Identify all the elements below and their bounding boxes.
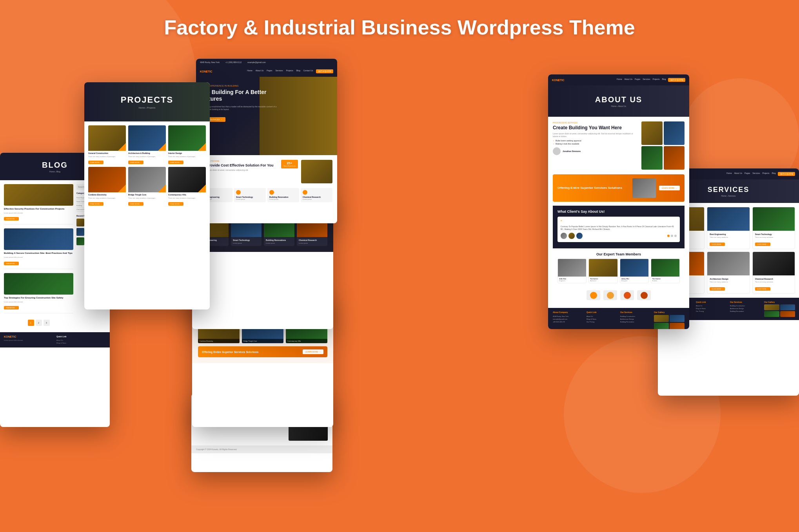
sp-f-svc-3[interactable]: Building Renovation [730, 310, 761, 313]
copyright-text: Copyright © 2024 Konetic. All Rights Res… [196, 448, 237, 451]
sp-body-6: Chemical Research There are many variati… [753, 275, 795, 293]
project-item-4[interactable]: Combine Electricity There are many varia… [88, 167, 126, 206]
sp-card-2[interactable]: Best Engineering There are many variatio… [707, 207, 750, 249]
about-cta-button[interactable]: LEARN MORE → [659, 186, 680, 190]
project-readmore-3[interactable]: READ MORE → [168, 161, 183, 164]
project-readmore-2[interactable]: READ MORE → [128, 161, 143, 164]
project-readmore-6[interactable]: READ MORE → [168, 202, 183, 206]
about-footer-svc-3[interactable]: Building Renovation [620, 320, 651, 323]
about-footer-links-title: Quick Link [587, 311, 617, 313]
sp-nav-home[interactable]: Home [726, 172, 732, 176]
hero-description: It is a long established fact that a rea… [202, 105, 280, 111]
about-nav-blog[interactable]: Blog [662, 78, 666, 82]
blog-footer-col-1: KONETIC Lorem ipsum dolor sit amet [4, 335, 53, 344]
blog-post-desc-2: Lorem ipsum dolor sit amet [4, 256, 73, 259]
project-readmore-5[interactable]: READ MORE → [128, 202, 143, 206]
team-section: Our Expert Team Members John Doe Enginee… [553, 248, 685, 287]
nav-pages[interactable]: Pages [267, 69, 272, 73]
blog-footer-link-2[interactable]: Blogs & News [56, 342, 106, 344]
project-item-6[interactable]: Contemporary Villa There are many variat… [168, 167, 206, 206]
service-card-3[interactable]: Building Renovation Lorem ipsum [267, 188, 299, 202]
gal-img-2 [670, 315, 685, 322]
sp-desc-2: There are many variations [710, 236, 747, 238]
page-btn-2[interactable]: 2 [36, 320, 42, 326]
about-footer-link-1[interactable]: About Us [587, 315, 617, 318]
sp-btn-3[interactable]: CLICK HERE → [755, 242, 770, 246]
nav-blog[interactable]: Blog [296, 69, 300, 73]
about-nav-services[interactable]: Services [643, 78, 650, 82]
page-btn-1[interactable]: 1 [28, 320, 34, 326]
about-quote-button[interactable]: GET A QUOTE [668, 78, 685, 82]
project-readmore-1[interactable]: READ MORE → [88, 161, 104, 164]
project-item-2[interactable]: Architecture & Building There are many v… [128, 125, 166, 165]
ts-avatar-2 [568, 233, 575, 239]
project-image-4 [88, 167, 126, 192]
logo-icon-1 [590, 292, 597, 299]
get-quote-button[interactable]: GET A QUOTE [316, 69, 333, 73]
sp-f-svc-2[interactable]: Architecture Design [730, 307, 761, 310]
sp-f-link-2[interactable]: Blogs & News [696, 307, 727, 310]
dot-2[interactable] [671, 235, 673, 237]
cta-learn-more-button[interactable]: LEARN MORE → [303, 349, 323, 354]
sp-f-link-1[interactable]: About Us [696, 304, 727, 307]
about-nav-pages[interactable]: Pages [635, 78, 640, 82]
footer-gallery-grid [654, 315, 685, 329]
sp-card-6[interactable]: Chemical Research There are many variati… [752, 252, 795, 294]
about-nav-about[interactable]: About Us [624, 78, 632, 82]
sp-nav-about[interactable]: About Us [734, 172, 742, 176]
sp-nav-projects[interactable]: Projects [762, 172, 769, 176]
dot-1[interactable] [667, 235, 670, 237]
about-nav-projects[interactable]: Projects [652, 78, 659, 82]
about-nav-home[interactable]: Home [617, 78, 622, 82]
project-readmore-4[interactable]: READ MORE → [88, 202, 104, 206]
testimonial-avatars [561, 233, 677, 239]
sp-f-svc-1[interactable]: Building Construction [730, 304, 761, 307]
projects-page-mockup: PROJECTS Home › Projects General Constru… [84, 82, 210, 309]
nav-projects[interactable]: Projects [286, 69, 293, 73]
project-image-3 [168, 125, 206, 151]
about-logo: KONETIC [552, 79, 565, 81]
quote-icon: " [561, 220, 677, 224]
about-footer-phone: +88 0123-456-78 [553, 320, 583, 323]
nav-contact[interactable]: Contact Us [303, 69, 313, 73]
sp-card-5[interactable]: Architecture Design There are many varia… [707, 252, 750, 294]
sp-btn-6[interactable]: CLICK HERE → [755, 287, 770, 291]
nav-home[interactable]: Home [247, 69, 252, 73]
service-card-4[interactable]: Chemical Research Lorem ipsum [301, 188, 332, 202]
project-desc-6: There are many variations of passages [168, 197, 206, 199]
about-logos [553, 287, 685, 303]
page-btn-3[interactable]: 3 [44, 320, 50, 326]
sp-nav-blog[interactable]: Blog [772, 172, 775, 176]
sp-quote-button[interactable]: GET A QUOTE [778, 172, 795, 176]
sp-f-link-3[interactable]: Our Pricing [696, 310, 727, 313]
sp-btn-2[interactable]: CLICK HERE → [710, 242, 725, 246]
hero-logo: KONETIC [200, 70, 212, 73]
project-item-1[interactable]: General Construction There are many vari… [88, 125, 126, 165]
sp-title-2: Best Engineering [710, 233, 747, 235]
service-card-2[interactable]: Smart Technology Lorem ipsum [234, 188, 266, 202]
nav-about[interactable]: About Us [256, 69, 264, 73]
team-info-2: Tia Carrier Architect [589, 277, 617, 283]
sp-card-3[interactable]: Smart Technology There are many variatio… [752, 207, 795, 249]
testimonial-text: Contrary To Popular Belief, Lorem Ipsum … [561, 225, 677, 231]
blog-readmore-2[interactable]: READMORE → [4, 262, 19, 265]
about-footer-link-2[interactable]: Blogs & News [587, 318, 617, 320]
dot-3[interactable] [674, 235, 677, 237]
about-footer-svc-1[interactable]: Building Construction [620, 315, 651, 318]
sp-btn-5[interactable]: CLICK HERE → [710, 287, 725, 291]
blog-footer-link-1[interactable]: About Us [56, 339, 106, 342]
about-footer-svc-2[interactable]: Architecture Design [620, 318, 651, 320]
about-footer: About Company 4648 Rocky, New York examp… [548, 308, 689, 329]
project-image-2 [128, 125, 166, 151]
projects-row-1: General Construction There are many vari… [88, 125, 206, 165]
team-img-3 [620, 259, 648, 277]
blog-readmore-3[interactable]: READMORE → [4, 306, 19, 309]
orange-corner-2 [158, 143, 166, 151]
blog-readmore-1[interactable]: READMORE → [4, 217, 19, 221]
nav-services[interactable]: Services [275, 69, 283, 73]
sp-nav-pages[interactable]: Pages [745, 172, 750, 176]
project-item-3[interactable]: Interior Design There are many variation… [168, 125, 206, 165]
about-footer-link-3[interactable]: Our Pricing [587, 320, 617, 323]
project-item-5[interactable]: Bridge Tringle Core There are many varia… [128, 167, 166, 206]
sp-nav-services[interactable]: Services [752, 172, 760, 176]
